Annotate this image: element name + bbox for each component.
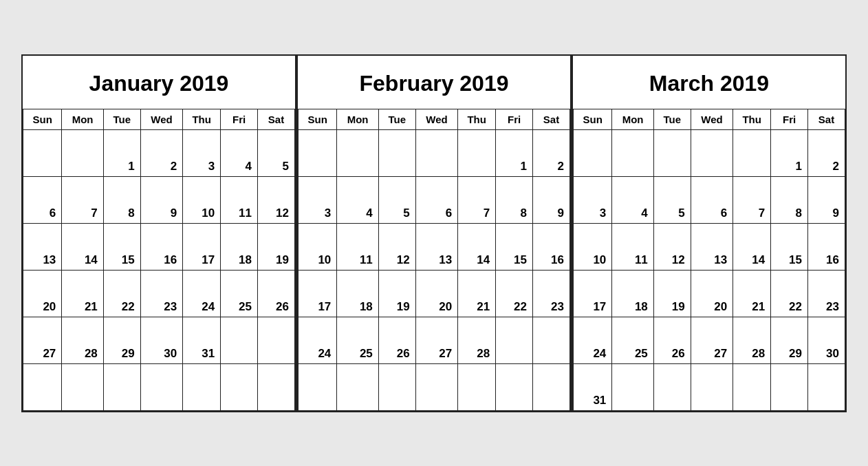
calendar-day-cell: 20 (415, 270, 457, 317)
calendar-day-cell (808, 363, 845, 410)
calendar-day-cell (140, 363, 182, 410)
day-header-Mon: Mon (337, 109, 379, 129)
calendar-day-cell: 1 (496, 129, 533, 176)
calendar-day-cell (23, 363, 62, 410)
day-header-Sun: Sun (299, 109, 337, 129)
day-header-Wed: Wed (140, 109, 182, 129)
calendar-table-january-2019: SunMonTueWedThuFriSat1234567891011121314… (23, 109, 295, 411)
calendar-day-cell: 4 (221, 129, 258, 176)
calendar-day-cell: 21 (458, 270, 496, 317)
calendar-day-cell: 25 (612, 317, 654, 363)
calendar-day-cell: 17 (574, 270, 612, 317)
calendar-day-cell: 12 (258, 176, 295, 223)
calendar-day-cell: 6 (691, 176, 733, 223)
calendar-day-cell: 27 (415, 317, 457, 363)
calendar-day-cell: 29 (103, 317, 140, 363)
calendar-day-cell (378, 129, 415, 176)
day-header-Sat: Sat (808, 109, 845, 129)
table-row: 12 (574, 129, 845, 176)
day-header-Fri: Fri (771, 109, 808, 129)
calendar-day-cell (337, 129, 379, 176)
calendar-day-cell: 7 (62, 176, 104, 223)
calendar-day-cell (533, 317, 570, 363)
calendars-container: January 2019SunMonTueWedThuFriSat1234567… (9, 42, 859, 425)
calendar-day-cell: 17 (299, 270, 337, 317)
calendar-day-cell: 3 (299, 176, 337, 223)
day-header-Thu: Thu (458, 109, 496, 129)
calendar-day-cell: 30 (808, 317, 845, 363)
table-row: 3456789 (299, 176, 570, 223)
calendar-day-cell: 10 (299, 223, 337, 270)
calendar-day-cell: 22 (496, 270, 533, 317)
calendar-day-cell: 3 (183, 129, 221, 176)
calendar-day-cell: 1 (771, 129, 808, 176)
calendar-day-cell: 2 (140, 129, 182, 176)
calendar-title-february-2019: February 2019 (298, 56, 570, 109)
calendar-day-cell (733, 363, 771, 410)
calendar-day-cell (653, 363, 691, 410)
calendar-day-cell: 28 (458, 317, 496, 363)
calendar-day-cell (458, 363, 496, 410)
calendar-day-cell: 8 (103, 176, 140, 223)
calendar-table-march-2019: SunMonTueWedThuFriSat1234567891011121314… (573, 109, 845, 411)
calendar-day-cell: 19 (258, 223, 295, 270)
calendar-day-cell: 22 (103, 270, 140, 317)
calendar-day-cell: 5 (653, 176, 691, 223)
table-row: 24252627282930 (574, 317, 845, 363)
calendar-day-cell: 6 (23, 176, 62, 223)
calendar-day-cell (691, 129, 733, 176)
day-header-Tue: Tue (653, 109, 691, 129)
calendar-day-cell: 9 (533, 176, 570, 223)
table-row: 17181920212223 (299, 270, 570, 317)
calendar-day-cell: 1 (103, 129, 140, 176)
calendar-day-cell: 14 (458, 223, 496, 270)
day-header-Wed: Wed (415, 109, 457, 129)
calendar-day-cell: 23 (808, 270, 845, 317)
day-header-Fri: Fri (221, 109, 258, 129)
calendar-day-cell: 4 (337, 176, 379, 223)
calendar-day-cell: 23 (533, 270, 570, 317)
calendar-day-cell: 6 (415, 176, 457, 223)
calendar-day-cell (23, 129, 62, 176)
calendar-day-cell: 25 (221, 270, 258, 317)
calendar-day-cell: 22 (771, 270, 808, 317)
calendar-day-cell: 4 (612, 176, 654, 223)
day-header-Fri: Fri (496, 109, 533, 129)
calendar-day-cell: 31 (574, 363, 612, 410)
calendar-day-cell: 24 (183, 270, 221, 317)
calendar-day-cell: 7 (733, 176, 771, 223)
day-header-Sat: Sat (258, 109, 295, 129)
calendar-day-cell (574, 129, 612, 176)
day-header-Mon: Mon (612, 109, 654, 129)
calendar-day-cell: 14 (62, 223, 104, 270)
calendar-day-cell (496, 317, 533, 363)
calendar-day-cell: 11 (337, 223, 379, 270)
calendar-day-cell: 26 (378, 317, 415, 363)
calendar-day-cell: 28 (62, 317, 104, 363)
calendar-day-cell: 14 (733, 223, 771, 270)
day-header-Sun: Sun (23, 109, 62, 129)
calendar-day-cell: 24 (574, 317, 612, 363)
calendar-day-cell: 27 (23, 317, 62, 363)
calendar-day-cell: 13 (691, 223, 733, 270)
calendar-day-cell: 10 (574, 223, 612, 270)
calendar-day-cell (458, 129, 496, 176)
calendar-day-cell (299, 129, 337, 176)
calendar-day-cell: 21 (733, 270, 771, 317)
calendar-day-cell: 20 (23, 270, 62, 317)
day-header-Tue: Tue (103, 109, 140, 129)
calendar-day-cell (653, 129, 691, 176)
calendar-day-cell: 25 (337, 317, 379, 363)
calendar-day-cell: 13 (23, 223, 62, 270)
calendar-day-cell (691, 363, 733, 410)
calendar-day-cell (221, 317, 258, 363)
calendar-day-cell: 18 (337, 270, 379, 317)
calendar-day-cell: 15 (771, 223, 808, 270)
table-row (23, 363, 295, 410)
calendar-day-cell: 19 (653, 270, 691, 317)
calendar-day-cell (183, 363, 221, 410)
calendar-title-january-2019: January 2019 (23, 56, 295, 109)
calendar-day-cell (496, 363, 533, 410)
calendar-day-cell (533, 363, 570, 410)
calendar-day-cell: 8 (496, 176, 533, 223)
